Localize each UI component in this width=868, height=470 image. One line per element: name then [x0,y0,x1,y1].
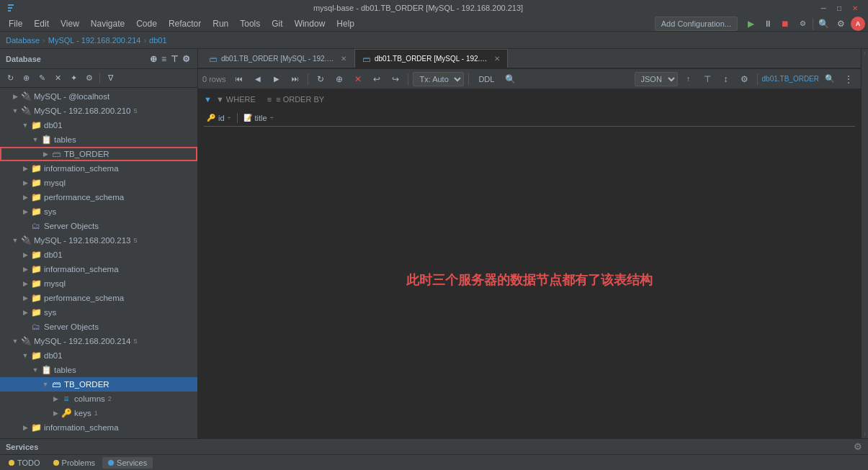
add-configuration-button[interactable]: Add Configuration... [655,17,738,31]
tree-item-perf-213[interactable]: ▶ 📁 performance_schema [0,291,197,305]
tb-filter[interactable]: ∇ [103,71,117,86]
column-headers: 🔑 id ÷ 📝 title ÷ [204,109,855,127]
tree-item-keys-214[interactable]: ▶ 🔑 keys 1 [0,406,197,420]
tb-edit[interactable]: ✎ [35,71,49,86]
more-btn[interactable]: ⋮ [841,71,856,87]
tab-services[interactable]: Services [102,457,153,469]
stop-button[interactable]: ⏹ [778,17,792,31]
tree-item-serverobj-213[interactable]: 🗂 Server Objects [0,320,197,334]
coverage-button[interactable]: ⚙ [795,17,810,31]
tree-item-sys-210[interactable]: ▶ 📁 sys [0,204,197,219]
col-settings-btn[interactable]: ⚙ [737,71,753,87]
menu-edit[interactable]: Edit [28,17,55,30]
tree-item-mysql-db-210[interactable]: ▶ 📁 mysql [0,176,197,190]
nav-last[interactable]: ⏭ [287,71,303,87]
export-btn[interactable]: ↑ [681,71,697,87]
sidebar-sync-icon[interactable]: ⊕ [148,53,158,65]
tree-item-perf-210[interactable]: ▶ 📁 performance_schema [0,190,197,204]
nav-next[interactable]: ▶ [269,71,285,87]
sidebar-sort-icon[interactable]: ≡ [160,53,168,65]
run-button[interactable]: ▶ [743,17,758,31]
refresh-btn[interactable]: ↻ [313,71,328,87]
app-menu-icon[interactable] [6,1,20,15]
tb-star[interactable]: ✦ [66,71,81,86]
tree-item-db01-214[interactable]: ▼ 📁 db01 [0,348,197,363]
debug-button[interactable]: ⏸ [761,17,775,31]
nav-first[interactable]: ⏮ [231,71,247,87]
search-btn[interactable]: 🔍 [502,71,518,87]
db-icon-sys-210: 📁 [30,206,42,217]
search-everywhere-button[interactable]: 🔍 [816,17,831,31]
json-selector[interactable]: JSON [635,72,678,86]
tx-selector[interactable]: Tx: Auto [413,72,464,86]
col-id[interactable]: 🔑 id ÷ [207,114,231,122]
sort-btn[interactable]: ↕ [718,71,734,87]
menu-window[interactable]: Window [289,17,331,30]
menu-help[interactable]: Help [331,17,360,30]
add-row-btn[interactable]: ⊕ [331,71,347,87]
maximize-button[interactable]: □ [832,1,846,15]
tab-close-213[interactable]: ✕ [494,55,500,63]
menu-code[interactable]: Code [130,17,163,30]
filter-btn[interactable]: ⊤ [699,71,715,87]
menu-git[interactable]: Git [266,17,288,30]
delete-row-btn[interactable]: ✕ [350,71,366,87]
tab-tb-order-210[interactable]: 🗃 db01.TB_ORDER [MySQL - 192.168.200.210… [201,49,354,68]
menu-refactor[interactable]: Refactor [163,17,207,30]
tree-item-serverobj-210[interactable]: 🗂 Server Objects [0,219,197,233]
tree-item-tables-214[interactable]: ▼ 📋 tables [0,363,197,377]
sidebar-filter-icon[interactable]: ⊤ [169,53,179,65]
tree-item-db01-213[interactable]: ▶ 📁 db01 [0,248,197,262]
ddl-btn[interactable]: DDL [473,73,499,86]
tree-item-columns-214[interactable]: ▶ ≡ columns 2 [0,392,197,406]
menu-file[interactable]: File [3,17,28,30]
tree-item-mysql-210[interactable]: ▼ 🔌 MySQL - 192.168.200.210 5 [0,104,197,118]
tab-close-210[interactable]: ✕ [341,55,346,63]
submit-btn[interactable]: ↪ [388,71,403,87]
col-title[interactable]: 📝 title ÷ [243,114,274,122]
tree-item-info-schema-210[interactable]: ▶ 📁 information_schema [0,161,197,176]
tree-item-mysql-214[interactable]: ▼ 🔌 MySQL - 192.168.200.214 5 [0,334,197,348]
tab-todo[interactable]: TODO [3,457,46,469]
nav-prev[interactable]: ◀ [250,71,266,87]
user-avatar[interactable]: A [851,17,865,31]
menu-run[interactable]: Run [207,17,234,30]
tree-item-db01-210[interactable]: ▼ 📁 db01 [0,118,197,132]
close-button[interactable]: ✕ [848,1,862,15]
tb-add[interactable]: ⊕ [19,71,33,86]
tree-item-mysql-213[interactable]: ▼ 🔌 MySQL - 192.168.200.213 5 [0,233,197,248]
menu-tools[interactable]: Tools [234,17,266,30]
tree-item-tb-order-214[interactable]: ▼ 🗃 TB_ORDER [0,377,197,392]
menu-navigate[interactable]: Navigate [85,17,130,30]
tree-arrow-db01-214: ▼ [20,351,30,361]
tree-item-mysql-db-213[interactable]: ▶ 📁 mysql [0,276,197,291]
tb-settings2[interactable]: ⚙ [82,71,97,86]
zoom-btn[interactable]: 🔍 [822,71,838,87]
right-scrollbar[interactable]: ↑ ↓ [861,49,868,438]
services-settings[interactable]: ⚙ [854,441,862,452]
revert-btn[interactable]: ↩ [369,71,385,87]
tree-item-info-214[interactable]: ▶ 📁 information_schema [0,420,197,435]
tree-item-mysql-db-214[interactable]: ▶ 📁 mysql [0,435,197,438]
services-dot [108,460,114,466]
tab-tb-order-213[interactable]: 🗃 db01.TB_ORDER [MySQL - 192.168.200.213… [354,49,508,68]
serverobj-icon-213: 🗂 [30,321,42,333]
tree-badge-keys-214: 1 [94,410,98,417]
tree-arrow-210: ▼ [10,106,20,116]
tb-delete[interactable]: ✕ [50,71,65,86]
tree-item-info-213[interactable]: ▶ 📁 information_schema [0,262,197,276]
sidebar-settings-icon[interactable]: ⚙ [181,53,192,65]
minimize-button[interactable]: ─ [816,1,831,15]
tree-item-mysql-localhost[interactable]: ▶ 🔌 MySQL - @localhost [0,89,197,104]
tb-refresh[interactable]: ↻ [3,71,17,86]
settings-button[interactable]: ⚙ [833,17,848,31]
breadcrumb-mysql214[interactable]: MySQL - 192.168.200.214 [48,36,141,45]
tree-item-tables-210[interactable]: ▼ 📋 tables [0,132,197,147]
tree-item-tb-order-210[interactable]: ▶ 🗃 TB_ORDER [0,147,197,161]
breadcrumb-database[interactable]: Database [6,36,40,45]
breadcrumb-db01[interactable]: db01 [149,36,166,45]
orderby-label: ≡ ORDER BY [276,95,324,104]
tab-problems[interactable]: Problems [48,457,101,469]
tree-item-sys-213[interactable]: ▶ 📁 sys [0,305,197,320]
menu-view[interactable]: View [55,17,85,30]
